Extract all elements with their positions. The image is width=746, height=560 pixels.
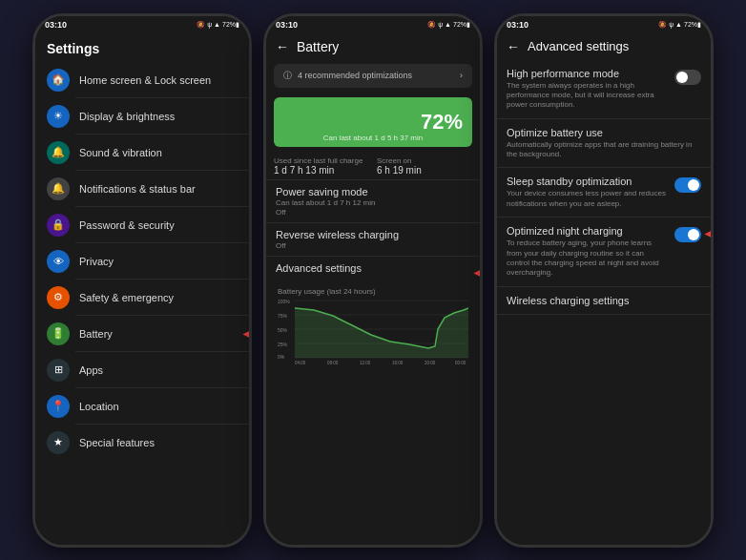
advanced-screen-title: Advanced settings [528, 39, 629, 53]
special-label: Special features [79, 437, 238, 448]
back-arrow-advanced[interactable]: ← [507, 39, 520, 54]
battery-gauge: 72% Can last about 1 d 5 h 37 min [274, 97, 472, 147]
svg-marker-10 [295, 308, 468, 358]
chart-title: Battery usage (last 24 hours) [278, 287, 468, 296]
battery-screen: 03:10 🔕 ψ ▲ 72%▮ ← Battery ⓘ 4 recommend… [266, 16, 480, 545]
settings-item-notifications[interactable]: 🔔 Notifications & status bar [35, 171, 249, 207]
settings-item-battery[interactable]: 🔋 Battery ◄ [35, 316, 249, 352]
settings-title: Settings [35, 33, 249, 62]
adv-item-night-row: Optimized night charging To reduce batte… [507, 225, 701, 279]
opt-text: 4 recommended optimizations [298, 71, 412, 80]
time-2: 03:10 [276, 20, 298, 30]
privacy-icon: 👁 [47, 250, 70, 273]
battery-chart: 100% 75% 50% 25% 0% 04:00 08:00 12:00 [278, 299, 468, 365]
home-icon: 🏠 [47, 69, 70, 92]
sleep-desc: Your device consumes less power and redu… [507, 189, 669, 209]
svg-text:0%: 0% [278, 354, 285, 360]
battery-label: Battery [79, 328, 238, 340]
special-icon: ★ [47, 431, 70, 454]
back-arrow-battery[interactable]: ← [276, 39, 289, 54]
status-bar-3: 03:10 🔕 ψ ▲ 72%▮ [497, 16, 711, 33]
svg-text:50%: 50% [278, 327, 288, 333]
wireless-sub: Off [276, 241, 470, 250]
night-title: Optimized night charging [507, 225, 669, 237]
password-icon: 🔒 [47, 214, 70, 237]
advanced-title: Advanced settings [276, 262, 470, 274]
home-label: Home screen & Lock screen [79, 74, 238, 86]
red-arrow-advanced: ◄ [470, 264, 480, 281]
location-label: Location [79, 401, 238, 412]
settings-item-safety[interactable]: ⚙ Safety & emergency [35, 280, 249, 316]
apps-icon: ⊞ [47, 359, 70, 382]
optimize-title: Optimize battery use [507, 127, 695, 138]
battery-header: ← Battery [266, 33, 480, 60]
status-icons-2: 🔕 ψ ▲ 72%▮ [427, 21, 470, 29]
battery-screen-title: Battery [297, 39, 339, 54]
night-toggle[interactable] [674, 227, 701, 242]
settings-item-home[interactable]: 🏠 Home screen & Lock screen [35, 62, 249, 98]
advanced-screen: 03:10 🔕 ψ ▲ 72%▮ ← Advanced settings Hig… [497, 16, 711, 545]
battery-icon: 🔋 [47, 322, 70, 345]
battery-section-wireless[interactable]: Reverse wireless charging Off [266, 222, 480, 256]
status-bar-1: 03:10 🔕 ψ ▲ 72%▮ [35, 16, 249, 33]
battery-time: Can last about 1 d 5 h 37 min [274, 134, 472, 142]
adv-item-optimize[interactable]: Optimize battery use Automatically optim… [497, 119, 711, 169]
battery-section-power[interactable]: Power saving mode Can last about 1 d 7 h… [266, 179, 480, 222]
battery-percentage: 72% [421, 110, 463, 135]
battery-stat-screen: Screen on 6 h 19 min [377, 156, 472, 176]
settings-item-sound[interactable]: 🔔 Sound & vibration [35, 135, 249, 171]
settings-item-password[interactable]: 🔒 Password & security [35, 207, 249, 243]
adv-item-highperf[interactable]: High performance mode The system always … [497, 60, 711, 119]
advanced-header: ← Advanced settings [497, 33, 711, 60]
notif-icon: 🔔 [47, 177, 70, 200]
safety-icon: ⚙ [47, 286, 70, 309]
time-1: 03:10 [45, 20, 67, 30]
battery-stat-used: Used since last full charge 1 d 7 h 13 m… [274, 156, 369, 176]
phone-battery: 03:10 🔕 ψ ▲ 72%▮ ← Battery ⓘ 4 recommend… [263, 13, 483, 548]
settings-item-special[interactable]: ★ Special features [35, 425, 249, 461]
settings-item-apps[interactable]: ⊞ Apps [35, 352, 249, 388]
location-icon: 📍 [47, 395, 70, 418]
adv-item-highperf-row: High performance mode The system always … [507, 68, 701, 111]
phone-settings: 03:10 🔕 ψ ▲ 72%▮ Settings 🏠 Home screen … [32, 13, 252, 548]
adv-item-wireless[interactable]: Wireless charging settings [497, 287, 711, 315]
screen-label: Screen on [377, 156, 472, 165]
sound-icon: 🔔 [47, 141, 70, 164]
apps-label: Apps [79, 364, 238, 376]
sleep-toggle[interactable] [674, 177, 701, 193]
adv-item-sleep[interactable]: Sleep standby optimization Your device c… [497, 168, 711, 218]
red-arrow-battery: ◄ [239, 325, 249, 342]
wireless-charge-title: Wireless charging settings [507, 295, 701, 306]
display-label: Display & brightness [79, 111, 238, 122]
sleep-title: Sleep standby optimization [507, 176, 669, 187]
opt-icon: ⓘ [283, 70, 292, 82]
svg-text:75%: 75% [278, 313, 288, 319]
battery-optimization[interactable]: ⓘ 4 recommended optimizations › [274, 64, 472, 88]
battery-section-advanced[interactable]: Advanced settings ◄ [266, 256, 480, 280]
adv-item-optimize-row: Optimize battery use Automatically optim… [507, 127, 701, 160]
opt-arrow: › [460, 71, 463, 80]
adv-item-night[interactable]: Optimized night charging To reduce batte… [497, 218, 711, 287]
adv-item-sleep-row: Sleep standby optimization Your device c… [507, 176, 701, 209]
password-label: Password & security [79, 219, 238, 231]
battery-chart-area: Battery usage (last 24 hours) 100% 75% 5… [274, 283, 472, 373]
settings-item-privacy[interactable]: 👁 Privacy [35, 243, 249, 280]
status-bar-2: 03:10 🔕 ψ ▲ 72%▮ [266, 16, 480, 33]
settings-item-display[interactable]: ☀ Display & brightness [35, 98, 249, 135]
screen-value: 6 h 19 min [377, 165, 472, 176]
svg-text:25%: 25% [278, 342, 288, 347]
status-icons-3: 🔕 ψ ▲ 72%▮ [658, 21, 701, 29]
highperf-toggle[interactable] [674, 70, 701, 85]
power-saving-sub: Can last about 1 d 7 h 12 min [276, 198, 470, 207]
svg-text:12:00: 12:00 [360, 361, 371, 365]
sound-label: Sound & vibration [79, 147, 238, 158]
highperf-desc: The system always operates in a high per… [507, 81, 669, 111]
time-3: 03:10 [507, 20, 528, 30]
power-saving-title: Power saving mode [276, 186, 470, 197]
svg-text:20:00: 20:00 [425, 361, 436, 365]
battery-stats: Used since last full charge 1 d 7 h 13 m… [274, 156, 472, 176]
settings-item-location[interactable]: 📍 Location [35, 388, 249, 425]
settings-list: 🏠 Home screen & Lock screen ☀ Display & … [35, 62, 249, 545]
privacy-label: Privacy [79, 256, 238, 267]
red-arrow-night: ◄ [701, 225, 711, 242]
